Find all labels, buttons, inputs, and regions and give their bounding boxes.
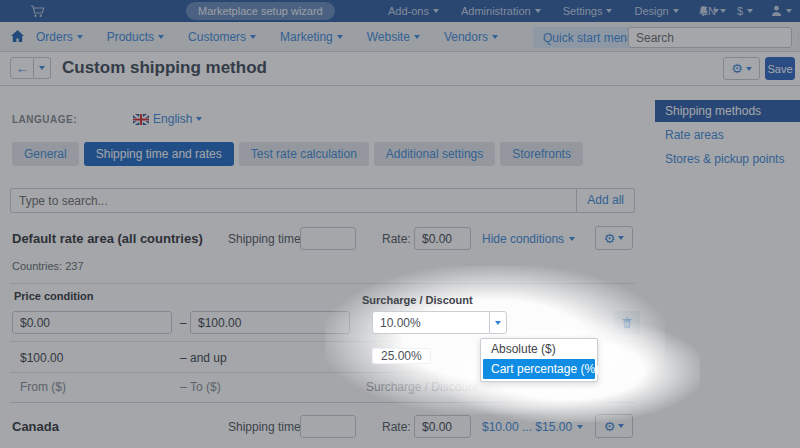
shipping-time-label: Shipping time:	[228, 232, 304, 246]
shipping-time-input[interactable]	[300, 415, 356, 438]
default-rate-area-row: Default rate area (all countries) Shippi…	[10, 226, 635, 252]
shipping-time-input[interactable]	[300, 227, 356, 250]
rate-area-search: Add all	[10, 188, 635, 213]
dropdown-option-absolute[interactable]: Absolute ($)	[481, 339, 597, 359]
divider	[10, 283, 635, 284]
surcharge-input-group	[372, 311, 800, 334]
global-search-input[interactable]	[629, 31, 798, 45]
nav-orders[interactable]: Orders	[36, 30, 83, 44]
menu-add-ons[interactable]: Add-ons	[388, 5, 439, 17]
back-dropdown-button[interactable]	[34, 57, 51, 79]
tab-storefronts[interactable]: Storefronts	[500, 142, 583, 166]
top-menu-group: Add-ons Administration Settings Design E…	[388, 0, 726, 22]
nav-products[interactable]: Products	[107, 30, 164, 44]
back-button[interactable]: ←	[10, 57, 34, 79]
tab-additional-settings[interactable]: Additional settings	[374, 142, 495, 166]
gear-icon: ⚙	[604, 232, 616, 245]
nav-website[interactable]: Website	[367, 30, 420, 44]
notifications-menu[interactable]	[698, 5, 719, 17]
chevron-down-icon	[673, 9, 679, 13]
chevron-down-icon	[713, 9, 719, 13]
marketplace-setup-wizard-button[interactable]: Marketplace setup wizard	[186, 2, 335, 20]
chevron-down-icon	[433, 9, 439, 13]
price-from-input[interactable]	[12, 311, 172, 334]
countries-count: Countries: 237	[12, 260, 84, 272]
chevron-down-icon	[618, 236, 624, 240]
surcharge-type-dropdown-menu: Absolute ($) Cart percentage (%)	[480, 338, 598, 382]
chevron-down-icon	[577, 425, 583, 429]
surcharge-placeholder[interactable]: Surcharge / Discount	[366, 380, 478, 394]
nav-marketing[interactable]: Marketing	[280, 30, 343, 44]
save-button[interactable]: Save	[765, 57, 795, 80]
rate-range-link[interactable]: $10.00 ... $15.00	[482, 420, 583, 434]
menu-administration[interactable]: Administration	[461, 5, 541, 17]
range-dash: –	[180, 351, 187, 365]
section-divider	[10, 402, 635, 403]
range-dash: –	[180, 316, 187, 330]
from-placeholder[interactable]: From ($)	[20, 380, 66, 394]
rate-area-title: Default rate area (all countries)	[12, 231, 203, 246]
menu-settings[interactable]: Settings	[563, 5, 613, 17]
page-header: ← Custom shipping method ⚙ Save	[0, 52, 800, 86]
nav-menu-group: Orders Products Customers Marketing Webs…	[36, 22, 498, 52]
canada-rate-area-row: Canada Shipping time: Rate: $10.00 ... $…	[10, 414, 635, 440]
chevron-down-icon	[746, 67, 752, 71]
chevron-down-icon	[618, 424, 624, 428]
chevron-down-icon	[492, 35, 498, 39]
menu-design[interactable]: Design	[634, 5, 678, 17]
nav-vendors[interactable]: Vendors	[444, 30, 498, 44]
surcharge-type-dropdown-toggle[interactable]	[489, 311, 507, 334]
chevron-down-icon	[606, 9, 612, 13]
price-condition-header: Price condition	[14, 290, 93, 302]
surcharge-value-input[interactable]	[372, 311, 489, 334]
shipping-time-label: Shipping time:	[228, 420, 304, 434]
chevron-down-icon	[196, 117, 202, 121]
rate-input[interactable]	[414, 227, 471, 250]
rate-area-settings-button[interactable]: ⚙	[595, 414, 633, 438]
language-selector-row: LANGUAGE: English	[12, 112, 202, 126]
chevron-down-icon	[414, 35, 420, 39]
chevron-down-icon	[158, 35, 164, 39]
page-title: Custom shipping method	[62, 58, 267, 78]
rate-area-settings-button[interactable]: ⚙	[595, 226, 633, 250]
add-all-button[interactable]: Add all	[576, 188, 634, 213]
gear-icon: ⚙	[731, 62, 743, 75]
dropdown-option-cart-percentage[interactable]: Cart percentage (%)	[483, 359, 595, 379]
price-to-input[interactable]	[190, 311, 350, 334]
settings-sidebar: Shipping methods Rate areas Stores & pic…	[655, 100, 800, 170]
chevron-down-icon	[250, 35, 256, 39]
cart-icon[interactable]	[30, 4, 45, 22]
admin-page: Marketplace setup wizard Add-ons Adminis…	[0, 0, 800, 448]
chevron-down-icon	[337, 35, 343, 39]
hide-conditions-link[interactable]: Hide conditions	[482, 232, 575, 246]
tab-test-rate-calculation[interactable]: Test rate calculation	[239, 142, 369, 166]
rate-input[interactable]	[414, 415, 471, 438]
chevron-down-icon	[747, 9, 753, 13]
tab-general[interactable]: General	[12, 142, 79, 166]
rate-label: Rate:	[382, 420, 411, 434]
price-from-value: $100.00	[20, 351, 63, 365]
rate-area-search-input[interactable]	[11, 194, 576, 208]
currency-menu[interactable]: $	[737, 5, 753, 17]
sidebar-item-shipping-methods[interactable]: Shipping methods	[655, 100, 800, 122]
surcharge-value[interactable]: 25.00%	[372, 348, 431, 364]
page-settings-button[interactable]: ⚙	[723, 57, 760, 80]
user-icon	[771, 5, 782, 17]
condition-row-1: –	[10, 311, 635, 335]
to-placeholder[interactable]: To ($)	[190, 380, 221, 394]
nav-customers[interactable]: Customers	[188, 30, 256, 44]
surcharge-discount-header: Surcharge / Discount	[362, 294, 473, 306]
rate-area-title: Canada	[12, 419, 59, 434]
gear-icon: ⚙	[604, 420, 616, 433]
home-icon[interactable]	[10, 29, 25, 47]
top-icons-group: $	[698, 0, 792, 22]
chevron-down-icon	[569, 237, 575, 241]
sidebar-item-stores-pickup-points[interactable]: Stores & pickup points	[655, 148, 800, 170]
chevron-down-icon	[786, 9, 792, 13]
tab-shipping-time-and-rates[interactable]: Shipping time and rates	[84, 142, 234, 166]
top-admin-bar: Marketplace setup wizard Add-ons Adminis…	[0, 0, 800, 22]
language-label: LANGUAGE:	[12, 114, 77, 125]
sidebar-item-rate-areas[interactable]: Rate areas	[655, 124, 800, 146]
language-dropdown[interactable]: English	[133, 112, 202, 126]
user-account-menu[interactable]	[771, 5, 792, 17]
